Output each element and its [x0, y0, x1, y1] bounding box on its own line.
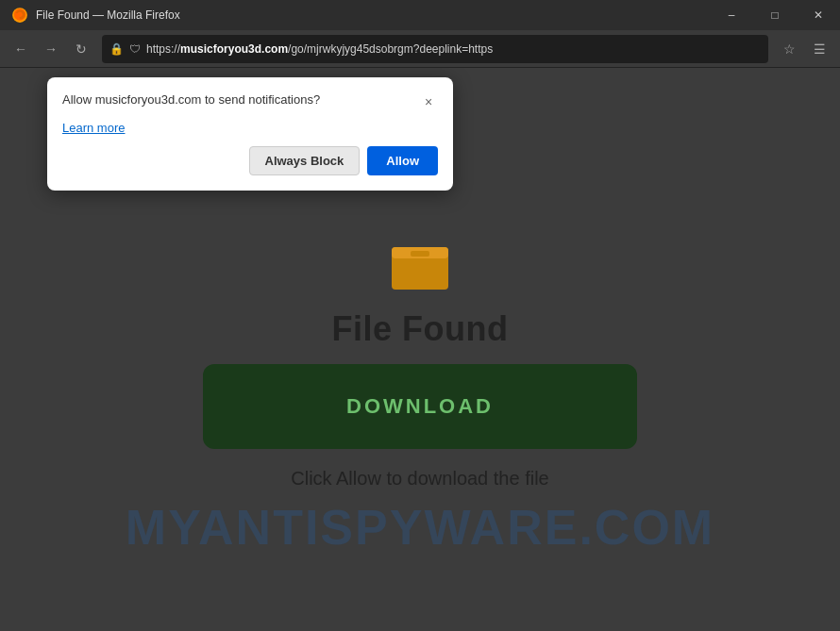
always-block-button[interactable]: Always Block	[249, 146, 361, 175]
watermark: MYANTISPYWARE.COM	[0, 499, 840, 556]
address-text: https://musicforyou3d.com/go/mjrwkyjyg45…	[146, 42, 761, 56]
security-icon: 🔒	[109, 42, 124, 56]
learn-more-link[interactable]: Learn more	[62, 121, 125, 135]
popup-title: Allow musicforyou3d.com to send notifica…	[62, 92, 419, 107]
popup-header: Allow musicforyou3d.com to send notifica…	[62, 92, 438, 111]
page-content: File Found DOWNLOAD Click Allow to downl…	[203, 228, 637, 490]
allow-button[interactable]: Allow	[367, 146, 438, 175]
window-title: File Found — Mozilla Firefox	[36, 8, 180, 22]
reload-button[interactable]: ↻	[68, 36, 94, 62]
title-bar-left: File Found — Mozilla Firefox	[11, 7, 180, 24]
popup-close-button[interactable]: ×	[419, 92, 438, 111]
back-button[interactable]: ←	[8, 36, 34, 62]
notification-popup: Allow musicforyou3d.com to send notifica…	[47, 77, 453, 191]
bookmark-button[interactable]: ☆	[776, 36, 802, 62]
file-icon	[387, 228, 453, 294]
nav-bar: ← → ↻ 🔒 🛡 https://musicforyou3d.com/go/m…	[0, 30, 840, 68]
url-protocol: https://	[146, 42, 180, 56]
menu-button[interactable]: ☰	[806, 36, 832, 62]
forward-button[interactable]: →	[38, 36, 64, 62]
svg-rect-3	[411, 251, 429, 257]
url-path: /go/mjrwkyjyg45dsobrgm?deeplink=https	[288, 42, 493, 56]
url-domain: musicforyou3d.com	[180, 42, 288, 56]
popup-buttons: Always Block Allow	[62, 146, 438, 175]
popup-title-text: Allow musicforyou3d.com to send notifica…	[62, 92, 320, 107]
shield-icon: 🛡	[129, 42, 141, 56]
title-bar-controls: – □ ✕	[710, 0, 840, 30]
minimize-button[interactable]: –	[710, 0, 753, 30]
click-allow-text: Click Allow to download the file	[291, 468, 548, 490]
address-bar[interactable]: 🔒 🛡 https://musicforyou3d.com/go/mjrwkyj…	[102, 35, 768, 63]
watermark-text: MYANTISPYWARE.COM	[126, 499, 714, 556]
download-btn-text: DOWNLOAD	[346, 394, 494, 419]
close-button[interactable]: ✕	[797, 0, 840, 30]
download-button[interactable]: DOWNLOAD	[203, 364, 637, 449]
browser-content: MYANTISPYWARE.COM File Found DOWNLOAD Cl…	[0, 68, 840, 631]
title-bar: File Found — Mozilla Firefox – □ ✕	[0, 0, 840, 30]
firefox-icon	[11, 7, 28, 24]
maximize-button[interactable]: □	[753, 0, 797, 30]
file-found-title: File Found	[332, 309, 509, 349]
